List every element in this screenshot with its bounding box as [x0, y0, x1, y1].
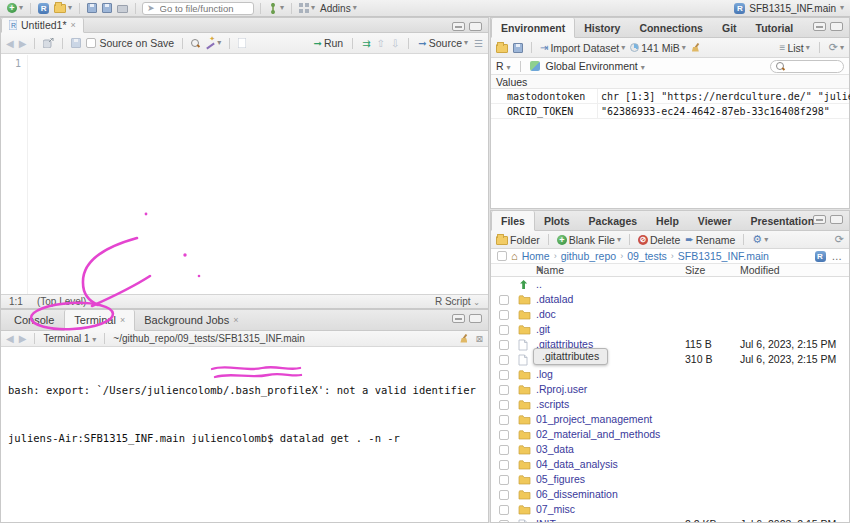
blank-file-button[interactable]: +Blank File▾: [557, 234, 621, 246]
new-file-button[interactable]: +▾: [6, 3, 24, 13]
memory-usage-button[interactable]: 141 MiB▾: [630, 42, 686, 54]
tab-viewer[interactable]: Viewer: [689, 211, 742, 230]
file-row[interactable]: .doc: [491, 307, 849, 322]
open-file-button[interactable]: ▾: [53, 3, 73, 13]
refresh-button[interactable]: ⟳▾: [829, 42, 844, 53]
file-row[interactable]: .scripts: [491, 397, 849, 412]
tab-tutorial[interactable]: Tutorial: [747, 18, 804, 37]
run-button[interactable]: ➞Run: [314, 37, 344, 49]
row-checkbox[interactable]: [499, 310, 509, 320]
back-icon[interactable]: ◀: [6, 38, 14, 49]
breadcrumb-09-tests[interactable]: 09_tests: [627, 250, 667, 262]
editor-body[interactable]: 1: [1, 55, 488, 294]
tab-background-jobs[interactable]: Background Jobs×: [135, 310, 248, 330]
select-all-checkbox[interactable]: [497, 251, 507, 261]
file-row[interactable]: 06_dissemination: [491, 487, 849, 502]
tab-terminal[interactable]: Terminal×: [64, 310, 135, 331]
maximize-icon[interactable]: [830, 22, 843, 31]
language-selector[interactable]: R ▾: [496, 60, 511, 72]
terminal-output[interactable]: bash: export: `/Users/juliencolomb/.bash…: [1, 347, 488, 481]
file-row[interactable]: 07_misc: [491, 502, 849, 517]
file-row[interactable]: .Rproj.user: [491, 382, 849, 397]
column-modified[interactable]: Modified: [740, 264, 780, 276]
file-name-link[interactable]: INIT_sync: [536, 518, 583, 523]
up-icon[interactable]: ⇧: [377, 38, 385, 49]
row-checkbox[interactable]: [499, 460, 509, 470]
tab-help[interactable]: Help: [647, 211, 689, 230]
save-button[interactable]: [86, 3, 98, 13]
maximize-icon[interactable]: [469, 314, 482, 323]
more-options-button[interactable]: ⚙▾: [752, 234, 768, 245]
rename-button[interactable]: ➨Rename: [685, 234, 735, 246]
file-row[interactable]: 04_data_analysis: [491, 457, 849, 472]
tab-environment[interactable]: Environment: [491, 18, 575, 38]
row-checkbox[interactable]: [499, 475, 509, 485]
new-project-button[interactable]: R: [37, 3, 50, 14]
environment-search[interactable]: [770, 60, 844, 73]
print-button[interactable]: [116, 3, 129, 13]
import-dataset-button[interactable]: ⇥Import Dataset▾: [540, 42, 625, 54]
row-checkbox[interactable]: [499, 490, 509, 500]
scope-selector[interactable]: (Top Level) ⌄: [37, 296, 96, 307]
file-row[interactable]: 01_project_management: [491, 412, 849, 427]
tab-packages[interactable]: Packages: [580, 211, 647, 230]
row-checkbox[interactable]: [499, 385, 509, 395]
outline-icon[interactable]: ☰: [474, 38, 483, 49]
maximize-icon[interactable]: [469, 22, 482, 31]
file-row[interactable]: 05_figures: [491, 472, 849, 487]
save-source-button[interactable]: [71, 38, 81, 48]
tab-connections[interactable]: Connections: [630, 18, 713, 37]
column-size[interactable]: Size: [685, 264, 705, 276]
file-type-selector[interactable]: R Script ⌄: [435, 296, 480, 307]
tab-untitled1[interactable]: R Untitled1* ×: [1, 18, 84, 33]
breadcrumb-project[interactable]: SFB1315_INF.main: [678, 250, 769, 262]
file-name-link[interactable]: 01_project_management: [536, 413, 652, 425]
row-checkbox[interactable]: [499, 340, 509, 350]
save-all-button[interactable]: [101, 3, 113, 13]
row-checkbox[interactable]: [499, 415, 509, 425]
file-name-link[interactable]: 03_data: [536, 443, 574, 455]
tab-history[interactable]: History: [575, 18, 630, 37]
goto-file-search[interactable]: ➤: [142, 2, 254, 15]
file-row[interactable]: .datalad: [491, 292, 849, 307]
source-button[interactable]: ➞Source▾: [418, 37, 468, 49]
breadcrumb-github-repo[interactable]: github_repo: [561, 250, 616, 262]
tab-presentation[interactable]: Presentation: [742, 211, 825, 230]
row-checkbox[interactable]: [499, 295, 509, 305]
row-checkbox[interactable]: [499, 355, 509, 365]
minimize-icon[interactable]: [452, 314, 465, 323]
row-checkbox[interactable]: [499, 445, 509, 455]
file-name-link[interactable]: .log: [536, 368, 553, 380]
clear-terminal-icon[interactable]: [459, 334, 469, 344]
maximize-icon[interactable]: [830, 215, 843, 224]
file-row[interactable]: 02_material_and_methods: [491, 427, 849, 442]
close-terminal-icon[interactable]: ×: [120, 315, 125, 325]
row-checkbox[interactable]: [499, 325, 509, 335]
source-on-save-checkbox[interactable]: Source on Save: [86, 37, 174, 49]
popout-icon[interactable]: [43, 38, 54, 48]
code-tools-button[interactable]: ▾: [205, 38, 221, 48]
goto-file-input[interactable]: [158, 2, 250, 15]
vcs-button[interactable]: ▾: [267, 3, 285, 14]
environment-selector[interactable]: Global Environment ▾: [546, 60, 645, 72]
row-checkbox[interactable]: [499, 430, 509, 440]
file-name-link[interactable]: .Rproj.user: [536, 383, 587, 395]
environment-entry[interactable]: ORCID_TOKEN"62386933-ec24-4642-87eb-33c1…: [491, 104, 849, 119]
close-icon[interactable]: ⊠: [475, 334, 483, 344]
file-name-link[interactable]: 06_dissemination: [536, 488, 618, 500]
file-row[interactable]: INIT_sync2.2 KBJul 6, 2023, 2:15 PM: [491, 517, 849, 523]
file-name-link[interactable]: .scripts: [536, 398, 569, 410]
file-name-link[interactable]: .git: [536, 323, 550, 335]
list-view-button[interactable]: ≡List▾: [780, 42, 810, 54]
forward-icon[interactable]: ▶: [19, 38, 27, 49]
delete-button[interactable]: ⊘Delete: [638, 234, 680, 246]
panes-layout-button[interactable]: ▾: [298, 3, 316, 13]
tab-files[interactable]: Files: [491, 211, 535, 231]
more-icon[interactable]: …: [832, 250, 844, 262]
file-row[interactable]: .git: [491, 322, 849, 337]
addins-button[interactable]: Addins▾: [319, 3, 358, 14]
file-name-link[interactable]: .datalad: [536, 293, 573, 305]
file-row[interactable]: 03_data: [491, 442, 849, 457]
editor-text-area[interactable]: [27, 55, 488, 294]
down-icon[interactable]: ⇩: [391, 38, 399, 49]
